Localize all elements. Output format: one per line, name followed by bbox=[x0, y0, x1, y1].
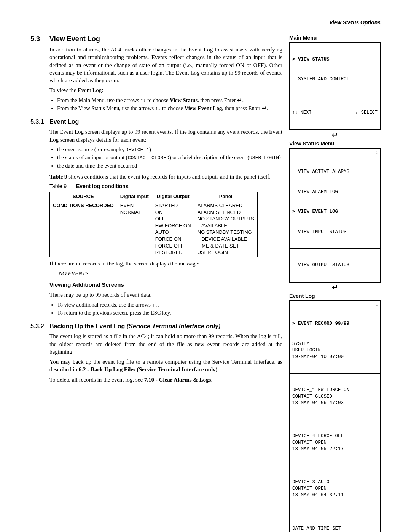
td-digital-output: STARTED ON OFF HW FORCE ON AUTO FORCE ON… bbox=[152, 201, 194, 257]
event-log-label: Event Log bbox=[289, 292, 381, 300]
sec53-step2: From the View Status Menu, use the arrow… bbox=[57, 105, 282, 112]
event-record-header: > EVENT RECORD 99/99 bbox=[290, 320, 380, 328]
main-menu-lcd: > VIEW STATUS SYSTEM AND CONTROL ↑↓=NEXT… bbox=[289, 42, 381, 131]
sec532-p2: You may back up the event log file to a … bbox=[49, 358, 282, 374]
view-status-menu-lcd: ↕ VIEW ACTIVE ALARMS VIEW ALARM LOG > VI… bbox=[289, 148, 381, 283]
section-title: View Event Log bbox=[49, 35, 100, 43]
sec53-step1: From the Main Menu, use the arrows ↑↓ to… bbox=[57, 97, 282, 104]
vs-alarm-log: VIEW ALARM LOG bbox=[290, 189, 380, 196]
subsection-number: 5.3.2 bbox=[30, 322, 49, 331]
vs-input-status: VIEW INPUT STATUS bbox=[290, 228, 380, 236]
th-panel: Panel bbox=[194, 192, 257, 201]
table-event-log-conditions: SOURCE Digital Input Digital Output Pane… bbox=[49, 192, 258, 257]
sec532-p1: The event log is stored as a file in the… bbox=[49, 332, 282, 356]
event-record-3: DEVICE_3 AUTO CONTACT OPEN 18-MAY-04 04:… bbox=[290, 479, 380, 499]
td-conditions-label: CONDITIONS RECORDED bbox=[50, 201, 117, 257]
sec53-toview: To view the Event Log: bbox=[49, 86, 282, 94]
section-5-3-2-heading: 5.3.2Backing Up the Event Log (Service T… bbox=[30, 322, 282, 331]
subsection-title: Backing Up the Event Log bbox=[49, 323, 127, 329]
sec531-li-source: the event source (for example, DEVICE_1) bbox=[57, 146, 282, 153]
no-events-message: NO EVENTS bbox=[59, 270, 282, 277]
vas-li-arrows: To view additional records, use the arro… bbox=[57, 301, 282, 309]
view-status-menu-label: View Status Menu bbox=[289, 140, 381, 147]
event-log-lcd: ↕ > EVENT RECORD 99/99 SYSTEM USER LOGIN… bbox=[289, 300, 381, 532]
subsection-title: Event Log bbox=[49, 118, 79, 125]
updown-icon: ↕ bbox=[376, 150, 378, 156]
main-menu-label: Main Menu bbox=[289, 34, 381, 42]
subsection-number: 5.3.1 bbox=[30, 118, 49, 126]
section-5-3-heading: 5.3View Event Log bbox=[30, 34, 282, 43]
vas-li-esc: To return to the previous screen, press … bbox=[57, 309, 282, 317]
td-digital-input: EVENT NORMAL bbox=[117, 201, 152, 257]
event-record-0: SYSTEM USER LOGIN 19-MAY-04 10:07:00 bbox=[290, 340, 380, 361]
nav-next: ↑↓=NEXT bbox=[292, 110, 311, 116]
sec531-li-datetime: the date and time the event occurred bbox=[57, 162, 282, 170]
th-source: SOURCE bbox=[50, 192, 117, 201]
section-5-3-1-heading: 5.3.1Event Log bbox=[30, 118, 282, 126]
th-digital-output: Digital Output bbox=[152, 192, 194, 201]
enter-icon: ↵ bbox=[289, 131, 381, 139]
td-panel: ALARMS CLEARED ALARM SILENCED NO STANDBY… bbox=[194, 201, 257, 257]
updown-icon: ↕ bbox=[376, 302, 378, 308]
table9-caption: Table 9Event log conditions bbox=[49, 183, 282, 190]
nav-select: ↵=SELECT bbox=[355, 110, 378, 116]
vs-output-status: VIEW OUTPUT STATUS bbox=[290, 262, 380, 269]
sec531-li-status: the status of an input or output (CONTAC… bbox=[57, 154, 282, 161]
main-menu-view-status: > VIEW STATUS bbox=[290, 56, 380, 63]
sec531-intro: The Event Log screen displays up to 99 r… bbox=[49, 128, 282, 144]
enter-icon: ↵ bbox=[289, 283, 381, 291]
vs-active-alarms: VIEW ACTIVE ALARMS bbox=[290, 168, 380, 176]
section-number: 5.3 bbox=[30, 34, 49, 43]
sec53-intro: In addition to alarms, the AC4 tracks ot… bbox=[49, 46, 282, 84]
lcd-column: Main Menu > VIEW STATUS SYSTEM AND CONTR… bbox=[289, 34, 381, 532]
sec532-p3: To delete all records in the event log, … bbox=[49, 376, 282, 383]
sec531-norecords: If there are no records in the log, the … bbox=[49, 260, 282, 267]
running-header: View Status Options bbox=[30, 19, 381, 27]
event-record-1: DEVICE_1 HW FORCE ON CONTACT CLOSED 18-M… bbox=[290, 387, 380, 407]
event-record-2: DEVICE_4 FORCE OFF CONTACT OPEN 18-MAY-0… bbox=[290, 433, 380, 453]
event-record-4: DATE AND TIME SET 18-MAY-04 03:11:43 bbox=[290, 525, 380, 532]
vs-event-log: > VIEW EVENT LOG bbox=[290, 208, 380, 216]
vas-intro: There may be up to 99 records of event d… bbox=[49, 291, 282, 299]
main-menu-system-control: SYSTEM AND CONTROL bbox=[290, 76, 380, 83]
th-digital-input: Digital Input bbox=[117, 192, 152, 201]
sec531-table-lead: Table 9 shows conditions that the event … bbox=[49, 173, 282, 181]
main-column: 5.3View Event Log In addition to alarms,… bbox=[30, 34, 282, 386]
viewing-additional-screens-heading: Viewing Additional Screens bbox=[49, 281, 282, 289]
